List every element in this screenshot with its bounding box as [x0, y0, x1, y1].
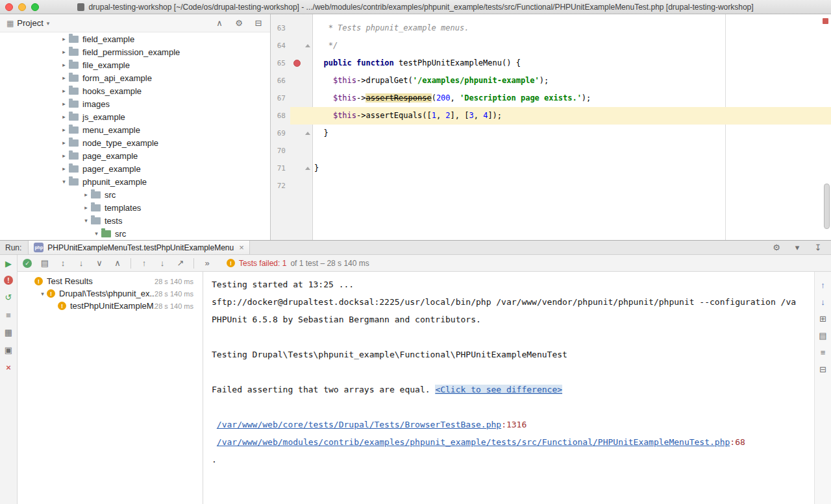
console-diff-link[interactable]: <Click to see difference> — [435, 385, 562, 394]
project-tree-item[interactable]: ▾phpunit_example — [0, 175, 270, 188]
tree-collapsed-arrow-icon[interactable]: ▸ — [60, 101, 68, 107]
tree-collapsed-arrow-icon[interactable]: ▸ — [60, 88, 68, 94]
editor-line-72[interactable]: 72 — [271, 177, 831, 195]
project-tree-item[interactable]: ▸templates — [0, 201, 270, 214]
tree-collapsed-arrow-icon[interactable]: ▸ — [60, 165, 68, 172]
tree-collapsed-arrow-icon[interactable]: ▸ — [60, 49, 68, 55]
previous-failed-test-icon[interactable]: ↑ — [139, 258, 149, 269]
tree-collapsed-arrow-icon[interactable]: ▸ — [82, 204, 90, 211]
restore-layout-icon[interactable]: ▣ — [3, 344, 14, 355]
code-line[interactable]: } — [313, 125, 831, 142]
show-ignored-console-icon[interactable]: ▤ — [40, 258, 50, 269]
fold-marker-icon[interactable] — [305, 167, 310, 170]
sort-by-duration-icon[interactable]: ↓ — [76, 258, 86, 269]
show-console-icon[interactable]: ▦ — [3, 327, 14, 337]
dock-panel-icon[interactable]: ↧ — [813, 243, 823, 253]
rerun-failed-tests-icon[interactable]: ! — [4, 276, 13, 285]
editor-line-70[interactable]: 70 — [271, 142, 831, 160]
test-tree-item[interactable]: ▾!Drupal\Tests\phpunit_ex...28 s 140 ms — [18, 287, 203, 300]
code-line[interactable]: * Tests phpunit_example menus. — [313, 19, 831, 37]
collapse-all-icon[interactable]: ∧ — [214, 18, 225, 29]
test-history-icon[interactable]: ≡ — [818, 347, 828, 357]
editor-line-64[interactable]: 64 */ — [271, 37, 831, 54]
editor-line-67[interactable]: 67 $this->assertResponse(200, 'Descripti… — [271, 90, 831, 107]
stop-icon[interactable]: ■ — [3, 309, 14, 320]
expand-all-icon[interactable]: ∨ — [94, 258, 105, 269]
project-panel-title[interactable]: Project — [17, 18, 43, 28]
code-line[interactable]: $this->assertResponse(200, 'Description … — [313, 90, 831, 107]
collapse-all-icon[interactable]: ∧ — [112, 258, 123, 269]
tree-collapsed-arrow-icon[interactable]: ▸ — [60, 126, 68, 133]
project-tree-item[interactable]: ▸file_example — [0, 58, 270, 71]
run-settings-gear-icon[interactable]: ⚙ — [771, 243, 782, 253]
project-tree-item[interactable]: ▸field_permission_example — [0, 45, 270, 58]
failed-test-gutter-icon[interactable] — [293, 60, 301, 67]
test-tree-item[interactable]: !Test Results28 s 140 ms — [18, 275, 203, 287]
export-test-results-icon[interactable]: ⊞ — [818, 313, 828, 324]
minimize-window-button[interactable] — [18, 3, 26, 11]
up-the-stack-trace-icon[interactable]: ↑ — [818, 280, 828, 290]
tree-collapsed-arrow-icon[interactable]: ▸ — [82, 191, 90, 198]
project-tree-item[interactable]: ▸page_example — [0, 149, 270, 162]
project-view-dropdown-icon[interactable]: ▾ — [47, 20, 50, 27]
show-passed-icon[interactable]: ✓ — [23, 259, 32, 268]
tree-expanded-arrow-icon[interactable]: ▾ — [82, 217, 90, 224]
code-line[interactable]: } — [313, 160, 831, 177]
sort-alphabetically-icon[interactable]: ↕ — [58, 258, 68, 269]
project-tree-item[interactable]: ▸src — [0, 188, 270, 201]
editor-line-71[interactable]: 71} — [271, 160, 831, 177]
editor-line-66[interactable]: 66 $this->drupalGet('/examples/phpunit-e… — [271, 72, 831, 90]
editor-scrollbar[interactable] — [824, 184, 830, 229]
tree-collapsed-arrow-icon[interactable]: ▸ — [60, 114, 68, 120]
code-line[interactable]: $this->assertEquals([1, 2], [3, 4]); — [313, 107, 831, 125]
project-tree-item[interactable]: ▸pager_example — [0, 162, 270, 175]
code-editor[interactable]: 63 * Tests phpunit_example menus.64 */65… — [271, 14, 831, 240]
tree-collapsed-arrow-icon[interactable]: ▸ — [60, 152, 68, 159]
fold-marker-icon[interactable] — [305, 44, 310, 47]
console-file-link[interactable]: /var/www/web/core/tests/Drupal/Tests/Bro… — [217, 420, 501, 429]
down-the-stack-trace-icon[interactable]: ↓ — [818, 296, 828, 307]
test-tree-item[interactable]: !testPhpUnitExampleM...28 s 140 ms — [18, 300, 203, 312]
close-window-button[interactable] — [5, 3, 13, 11]
tree-collapsed-arrow-icon[interactable]: ▸ — [60, 139, 68, 146]
test-console-output[interactable]: Testing started at 13:25 ...sftp://docke… — [203, 272, 814, 504]
import-test-results-icon[interactable]: ▤ — [818, 330, 828, 341]
close-run-panel-icon[interactable]: × — [3, 362, 14, 372]
project-tree-item[interactable]: ▾tests — [0, 214, 270, 227]
code-line[interactable]: */ — [313, 37, 831, 54]
toggle-auto-test-icon[interactable]: ↺ — [3, 292, 14, 302]
clear-console-icon[interactable]: ⊟ — [818, 364, 828, 374]
tree-collapsed-arrow-icon[interactable]: ▸ — [60, 36, 68, 42]
tree-expanded-arrow-icon[interactable]: ▾ — [60, 178, 68, 185]
editor-line-68[interactable]: 68 $this->assertEquals([1, 2], [3, 4]); — [271, 107, 831, 125]
zoom-window-button[interactable] — [31, 3, 39, 11]
code-line[interactable] — [313, 177, 831, 195]
project-tree-item[interactable]: ▸js_example — [0, 110, 270, 123]
more-options-icon[interactable]: » — [202, 258, 212, 269]
tree-collapsed-arrow-icon[interactable]: ▸ — [60, 75, 68, 81]
rerun-tests-icon[interactable]: ▶ — [3, 258, 14, 269]
project-tree-item[interactable]: ▾src — [0, 227, 270, 240]
code-line[interactable]: public function testPhpUnitExampleMenu()… — [313, 54, 831, 72]
project-tree-item[interactable]: ▸node_type_example — [0, 136, 270, 149]
editor-line-69[interactable]: 69 } — [271, 125, 831, 142]
editor-line-63[interactable]: 63 * Tests phpunit_example menus. — [271, 19, 831, 37]
project-tree-item[interactable]: ▸menu_example — [0, 123, 270, 136]
editor-line-65[interactable]: 65 public function testPhpUnitExampleMen… — [271, 54, 831, 72]
close-tab-icon[interactable]: × — [239, 243, 244, 252]
project-tree-item[interactable]: ▸hooks_example — [0, 84, 270, 97]
console-file-link[interactable]: /var/www/web/modules/contrib/examples/ph… — [217, 437, 730, 447]
jump-to-source-icon[interactable]: ↗ — [175, 258, 186, 269]
error-stripe-mark[interactable] — [823, 18, 828, 24]
code-line[interactable]: $this->drupalGet('/examples/phpunit-exam… — [313, 72, 831, 90]
project-tree-item[interactable]: ▸field_example — [0, 32, 270, 45]
fold-marker-icon[interactable] — [305, 132, 310, 135]
tree-collapsed-arrow-icon[interactable]: ▸ — [60, 62, 68, 68]
project-tree-item[interactable]: ▸form_api_example — [0, 71, 270, 84]
project-tree-item[interactable]: ▸images — [0, 97, 270, 110]
settings-icon[interactable]: ⚙ — [234, 18, 244, 29]
code-line[interactable] — [313, 142, 831, 160]
tree-expanded-arrow-icon[interactable]: ▾ — [92, 230, 101, 237]
hide-panel-icon[interactable]: ⊟ — [253, 18, 264, 29]
run-configuration-tab[interactable]: php PHPUnitExampleMenuTest.testPhpUnitEx… — [28, 241, 249, 254]
